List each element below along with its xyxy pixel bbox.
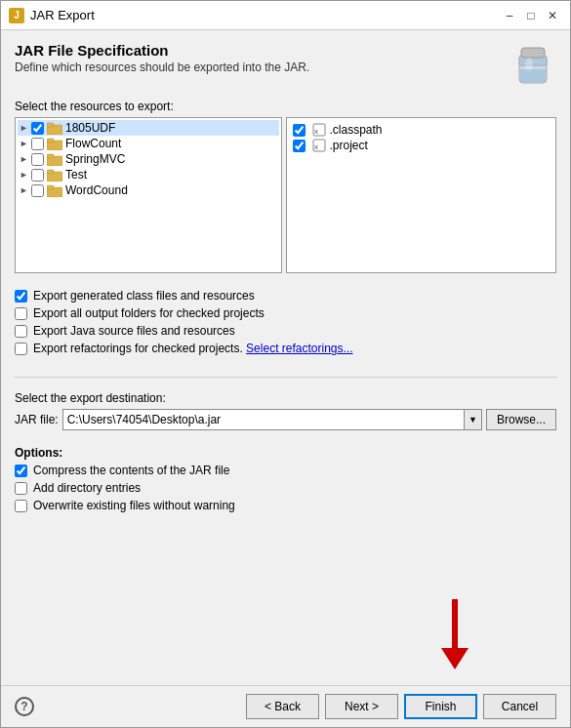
folder-icon-flowcount [47, 137, 62, 150]
file-label-project: .project [330, 139, 368, 152]
tree-label-1805udf: 1805UDF [65, 121, 115, 135]
project-tree[interactable]: ► 1805UDF ► [15, 117, 282, 273]
jar-file-combo[interactable]: ▼ [62, 409, 482, 430]
page-description: Define which resources should be exporte… [15, 61, 309, 74]
folder-icon-springmvc [47, 152, 62, 166]
export-class-checkbox[interactable] [15, 290, 27, 303]
folder-icon-1805udf [47, 121, 62, 135]
tree-arrow: ► [20, 185, 31, 195]
page-title: JAR File Specification [15, 42, 309, 59]
export-output-checkbox[interactable] [15, 307, 27, 320]
options-section: Options: Compress the contents of the JA… [15, 446, 556, 520]
file-icon-project: x [312, 139, 326, 152]
title-bar-controls: – □ ✕ [500, 6, 562, 25]
destination-label: Select the export destination: [15, 391, 556, 405]
bottom-bar: ? < Back Next > Finish Cancel [1, 685, 570, 727]
tree-arrow: ► [20, 170, 31, 180]
file-checkbox-classpath[interactable] [293, 124, 306, 137]
options-label: Options: [15, 446, 556, 460]
resources-section: Select the resources to export: ► 1805UD… [15, 100, 556, 281]
files-panel[interactable]: x .classpath x .project [286, 117, 557, 273]
select-refactorings-link[interactable]: Select refactorings... [246, 342, 352, 355]
export-refactor-label: Export refactorings for checked projects… [33, 342, 353, 355]
button-group: < Back Next > Finish Cancel [246, 694, 556, 719]
header-area: JAR File Specification Define which reso… [15, 42, 556, 92]
svg-rect-8 [47, 139, 54, 142]
svg-rect-10 [47, 154, 54, 158]
export-options: Export generated class files and resourc… [15, 289, 556, 355]
next-button[interactable]: Next > [325, 694, 398, 719]
export-class-row: Export generated class files and resourc… [15, 289, 556, 303]
export-output-label: Export all output folders for checked pr… [33, 306, 265, 320]
adddir-label: Add directory entries [33, 481, 141, 495]
adddir-checkbox[interactable] [15, 482, 27, 495]
tree-checkbox-springmvc[interactable] [31, 153, 44, 166]
svg-rect-4 [520, 69, 546, 82]
file-label-classpath: .classpath [330, 123, 383, 137]
finish-button[interactable]: Finish [404, 694, 477, 719]
close-button[interactable]: ✕ [543, 6, 562, 25]
file-checkbox-project[interactable] [293, 140, 306, 152]
window-title: JAR Export [30, 8, 95, 22]
options-checkboxes: Compress the contents of the JAR file Ad… [15, 464, 556, 512]
tree-item-1805udf[interactable]: ► 1805UDF [18, 120, 279, 136]
title-bar-left: J JAR Export [9, 8, 95, 23]
combo-arrow[interactable]: ▼ [464, 410, 481, 429]
folder-icon-test [47, 168, 62, 182]
cancel-button[interactable]: Cancel [483, 694, 556, 719]
tree-item-springmvc[interactable]: ► SpringMVC [18, 151, 279, 167]
tree-label-springmvc: SpringMVC [65, 152, 125, 166]
adddir-row: Add directory entries [15, 481, 556, 495]
file-item-project[interactable]: x .project [291, 138, 552, 153]
help-button[interactable]: ? [15, 697, 34, 716]
export-refactor-row: Export refactorings for checked projects… [15, 342, 556, 355]
resources-label: Select the resources to export: [15, 100, 556, 113]
title-bar: J JAR Export – □ ✕ [1, 1, 570, 30]
compress-label: Compress the contents of the JAR file [33, 464, 229, 477]
export-class-label: Export generated class files and resourc… [33, 289, 255, 303]
svg-text:x: x [314, 127, 318, 136]
file-icon-classpath: x [312, 123, 326, 137]
back-button[interactable]: < Back [246, 694, 319, 719]
tree-label-wordcound: WordCound [65, 183, 128, 197]
overwrite-label: Overwrite existing files without warning [33, 499, 235, 512]
export-destination: Select the export destination: JAR file:… [15, 391, 556, 438]
tree-label-test: Test [65, 168, 87, 182]
divider-1 [15, 377, 556, 378]
main-content: JAR File Specification Define which reso… [1, 30, 570, 685]
tree-item-flowcount[interactable]: ► FlowCount [18, 136, 279, 151]
export-java-checkbox[interactable] [15, 325, 27, 338]
tree-checkbox-1805udf[interactable] [31, 122, 44, 135]
overwrite-checkbox[interactable] [15, 500, 27, 512]
export-java-label: Export Java source files and resources [33, 324, 235, 338]
jar-export-dialog: J JAR Export – □ ✕ JAR File Specificatio… [0, 0, 571, 728]
svg-rect-12 [47, 170, 54, 174]
compress-row: Compress the contents of the JAR file [15, 464, 556, 477]
maximize-button[interactable]: □ [521, 6, 541, 25]
folder-icon-wordcound [47, 183, 62, 197]
tree-arrow: ► [20, 139, 31, 148]
export-java-row: Export Java source files and resources [15, 324, 556, 338]
export-refactor-checkbox[interactable] [15, 343, 27, 355]
tree-checkbox-wordcound[interactable] [31, 184, 44, 197]
tree-label-flowcount: FlowCount [65, 137, 121, 150]
browse-button[interactable]: Browse... [486, 409, 556, 430]
tree-item-test[interactable]: ► Test [18, 167, 279, 182]
file-item-classpath[interactable]: x .classpath [291, 122, 552, 138]
tree-item-wordcound[interactable]: ► WordCound [18, 182, 279, 198]
tree-checkbox-test[interactable] [31, 169, 44, 182]
tree-arrow: ► [20, 123, 31, 133]
svg-rect-14 [47, 185, 54, 189]
jar-file-input[interactable] [63, 410, 464, 429]
minimize-button[interactable]: – [500, 6, 519, 25]
svg-text:x: x [314, 142, 318, 151]
title-icon: J [9, 8, 24, 23]
tree-checkbox-flowcount[interactable] [31, 138, 44, 150]
arrow-head [441, 648, 469, 669]
compress-checkbox[interactable] [15, 465, 27, 477]
arrow-shaft [452, 599, 458, 648]
jar-file-label: JAR file: [15, 413, 59, 426]
resources-panel: ► 1805UDF ► [15, 117, 556, 273]
svg-rect-6 [47, 123, 54, 127]
jar-file-row: JAR file: ▼ Browse... [15, 409, 556, 430]
